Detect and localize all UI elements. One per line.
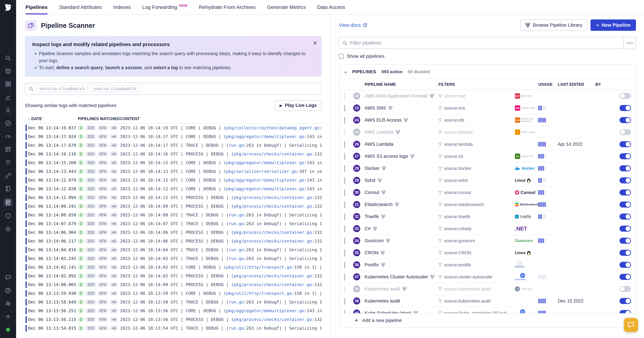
tab-log-forwarding[interactable]: Log ForwardingNEW (142, 0, 188, 14)
filter-pipelines-input[interactable] (348, 40, 624, 46)
org-icon[interactable] (4, 300, 12, 307)
expand-row-icon[interactable] (344, 201, 345, 208)
enable-pipeline-toggle[interactable] (620, 298, 631, 304)
metrics-icon[interactable] (4, 93, 12, 101)
view-docs-link[interactable]: View docs (339, 22, 367, 28)
log-row[interactable]: Dec 06 13:14:08.650 2333474+6 2023-12-06… (25, 211, 322, 219)
pipeline-name[interactable]: AWS S3 access logs (364, 154, 438, 159)
datadog-logo-icon[interactable] (0, 0, 16, 15)
pipeline-name[interactable]: C# (364, 226, 438, 231)
log-row[interactable]: Dec 06 13:14:13.443 2333474+6 2023-12-06… (25, 167, 322, 176)
log-row[interactable]: Dec 06 13:14:17.678 2333474+6 2023-12-06… (25, 141, 322, 150)
log-row[interactable]: Dec 06 13:14:04.016 2333474+6 2023-12-06… (25, 246, 322, 254)
pipeline-name[interactable]: AWS Web Application Firewall (364, 93, 438, 99)
log-row[interactable]: Dec 06 13:13:56.251 2333474+6 2023-12-06… (25, 307, 322, 315)
expand-row-icon[interactable] (344, 129, 345, 136)
enable-pipeline-toggle[interactable] (620, 262, 631, 268)
security-icon[interactable] (4, 212, 12, 220)
log-row[interactable]: Dec 06 13:14:15.260 2333474+6 2023-12-06… (25, 159, 322, 167)
pipeline-name[interactable]: AWS Lambda (364, 130, 438, 135)
pipeline-name[interactable]: Traefik (364, 214, 438, 219)
browse-pipeline-library-button[interactable]: Browse Pipeline Library (520, 19, 587, 31)
pipelines-icon[interactable] (4, 159, 12, 166)
enable-pipeline-toggle[interactable] (620, 250, 631, 256)
log-row[interactable]: Dec 06 13:14:06.117 2333474+6 2023-12-06… (25, 237, 322, 246)
enable-pipeline-toggle[interactable] (620, 213, 631, 220)
enable-pipeline-toggle[interactable] (620, 189, 631, 195)
enable-pipeline-toggle[interactable] (620, 201, 631, 207)
pipeline-name[interactable]: Sshd (364, 178, 438, 183)
expand-row-icon[interactable] (344, 298, 345, 305)
new-pipeline-button[interactable]: + New Pipeline (590, 19, 636, 31)
pipeline-name[interactable]: AWS ELB Access (364, 117, 438, 123)
assistant-chat-button[interactable] (624, 318, 638, 332)
search-icon[interactable] (4, 54, 12, 62)
log-row[interactable]: Dec 06 13:14:02.092 2333474+6 2023-12-06… (25, 272, 322, 280)
enable-pipeline-toggle[interactable] (620, 177, 631, 183)
search-token[interactable]: service:cloudwatch (36, 85, 88, 92)
dashboards-icon[interactable] (4, 80, 12, 88)
search-token[interactable]: source:cloudwatch (90, 85, 139, 92)
tab-indexes[interactable]: Indexes (113, 0, 131, 14)
tab-standard-attributes[interactable]: Standard Attributes (59, 0, 102, 14)
enable-pipeline-toggle[interactable] (620, 117, 631, 123)
log-row[interactable]: Dec 06 13:14:03.245 2333474+6 2023-12-06… (25, 254, 322, 263)
apm-icon[interactable] (4, 133, 12, 140)
log-row[interactable]: Dec 06 13:13:59.930 2333474+6 2023-12-06… (25, 289, 322, 298)
expand-row-icon[interactable] (344, 141, 345, 148)
log-row[interactable]: Dec 06 13:14:00.065 2333474+6 2023-12-06… (25, 280, 322, 289)
enable-pipeline-toggle[interactable] (620, 93, 631, 99)
expand-row-icon[interactable] (344, 262, 345, 268)
close-icon[interactable]: × (313, 39, 317, 46)
pipeline-name[interactable]: Kubernetes Cluster Autoscaler (364, 274, 438, 280)
pipeline-name[interactable]: Elasticsearch (364, 202, 438, 207)
infrastructure-icon[interactable] (4, 67, 12, 75)
logs-icon[interactable] (4, 198, 12, 207)
pipeline-name[interactable]: Kubernetes audit (364, 298, 438, 304)
expand-row-icon[interactable] (344, 226, 345, 232)
enable-pipeline-toggle[interactable] (620, 129, 631, 135)
log-row[interactable]: Dec 06 13:14:06.904 2333474+6 2023-12-06… (25, 228, 322, 237)
log-row[interactable]: Dec 06 13:14:02.141 2333474+6 2023-12-06… (25, 263, 322, 272)
log-row[interactable]: Dec 06 13:14:17.924 2333474+6 2023-12-06… (25, 132, 322, 141)
collapse-section-icon[interactable] (344, 70, 347, 73)
tab-rehydrate-from-archives[interactable]: Rehydrate From Archives (199, 0, 256, 14)
log-row[interactable]: Dec 06 13:14:16.116 2333474+6 2023-12-06… (25, 150, 322, 159)
log-row[interactable]: Dec 06 13:14:12.820 2333474+6 2023-12-06… (25, 184, 322, 193)
synthetics-icon[interactable] (4, 120, 12, 127)
log-row[interactable]: Dec 06 13:13:56.115 2333474+6 2023-12-06… (25, 315, 322, 324)
chat-icon[interactable] (4, 274, 12, 281)
column-date[interactable]: ↓ DATE (28, 116, 78, 121)
expand-row-icon[interactable] (344, 189, 345, 196)
pipeline-name[interactable]: CRON (364, 250, 438, 255)
add-pipeline-button[interactable]: + Add a new pipeline (339, 313, 636, 327)
expand-row-icon[interactable] (344, 165, 345, 172)
status-icon[interactable] (4, 326, 12, 333)
expand-row-icon[interactable] (344, 274, 345, 280)
enable-pipeline-toggle[interactable] (620, 310, 631, 313)
enable-pipeline-toggle[interactable] (620, 286, 631, 292)
pipeline-name[interactable]: AWS Lambda (364, 142, 438, 147)
settings-icon[interactable] (4, 225, 12, 233)
log-row[interactable]: Dec 06 13:14:12.979 2333474+6 2023-12-06… (25, 176, 322, 184)
log-row[interactable]: Dec 06 13:14:12.094 2333474+6 2023-12-06… (25, 193, 322, 202)
add-icon[interactable] (4, 313, 12, 320)
tab-generate-metrics[interactable]: Generate Metrics (267, 0, 306, 14)
pipeline-name[interactable]: Gunicorn (364, 238, 438, 243)
tab-data-access[interactable]: Data Access (317, 0, 345, 14)
log-row[interactable]: Dec 06 13:14:07.679 2333474+6 2023-12-06… (25, 219, 322, 228)
enable-pipeline-toggle[interactable] (620, 165, 631, 171)
enable-pipeline-toggle[interactable] (620, 105, 631, 111)
expand-row-icon[interactable] (344, 213, 345, 220)
pipeline-name[interactable]: Postfix (364, 262, 438, 268)
log-row[interactable]: Dec 06 13:14:19.037 2333474+6 2023-12-06… (25, 124, 322, 132)
pipeline-name[interactable]: Consul (364, 190, 438, 195)
log-row[interactable]: Dec 06 13:14:09.241 2333474+6 2023-12-06… (25, 202, 322, 211)
expand-row-icon[interactable] (344, 286, 345, 292)
tab-pipelines[interactable]: Pipelines (26, 0, 48, 14)
expand-row-icon[interactable] (344, 310, 345, 313)
enable-pipeline-toggle[interactable] (620, 238, 631, 244)
code-view-button[interactable]: </> (624, 37, 636, 49)
show-all-pipelines-toggle[interactable]: Show all pipelines (339, 54, 636, 59)
log-row[interactable]: Dec 06 13:13:58.649 2333474+6 2023-12-06… (25, 298, 322, 307)
